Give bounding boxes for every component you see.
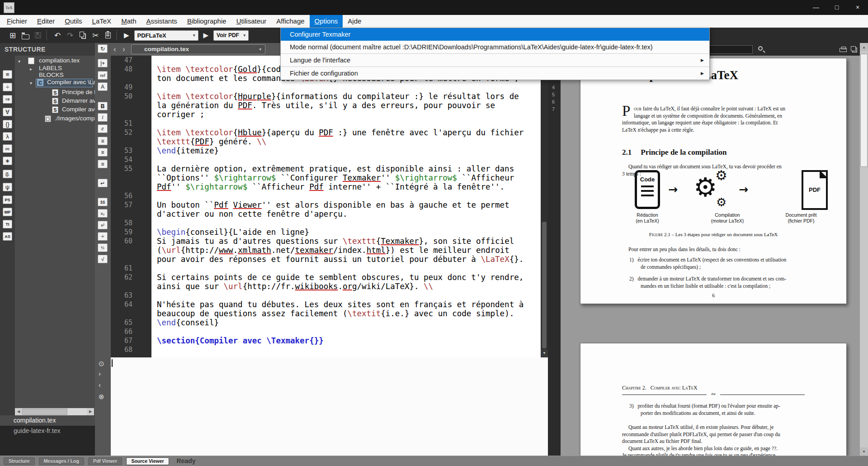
tree-item[interactable]: Compiler ave (62, 106, 95, 113)
view-run-icon[interactable]: ▶ (203, 31, 209, 39)
scrollbar-thumb[interactable] (860, 54, 868, 167)
superscript-icon[interactable]: x² (98, 221, 108, 229)
page-list-number[interactable]: 6 (552, 99, 555, 105)
open-folder-icon[interactable] (21, 30, 30, 40)
menu-latex[interactable]: LaTeX (87, 15, 117, 28)
align-left-icon[interactable]: ≡ (98, 137, 108, 145)
scrollbar-thumb[interactable] (22, 409, 67, 415)
tree-item[interactable]: Principe de la (62, 89, 95, 95)
print-icon[interactable] (840, 48, 847, 52)
align-center-icon[interactable]: ≡ (98, 148, 108, 157)
minimize-button[interactable]: — (806, 0, 826, 15)
paste-icon[interactable] (104, 30, 113, 40)
scroll-left-icon[interactable]: ◀ (15, 408, 22, 415)
insert-label-icon[interactable]: |+ (98, 59, 108, 67)
maximize-button[interactable]: □ (826, 0, 847, 15)
scroll-up-icon[interactable]: ▴ (860, 43, 868, 51)
delimiters-icon[interactable]: (]. (3, 170, 12, 178)
emph-icon[interactable]: e (98, 124, 108, 133)
menu-item[interactable]: Configurer Texmaker (281, 28, 709, 41)
page-list-number[interactable]: 7 (552, 106, 555, 112)
statusbar-structure[interactable]: Structure (4, 457, 35, 465)
undo-icon[interactable]: ↶ (53, 30, 62, 40)
new-document-icon[interactable]: ⊞ (8, 30, 17, 40)
close-button[interactable]: × (847, 0, 868, 15)
pdf-vscrollbar[interactable]: ▴ ▾ (860, 43, 868, 456)
message-console[interactable] (111, 357, 548, 456)
run-icon[interactable]: ▶ (124, 31, 129, 39)
scrollbar-thumb[interactable] (542, 222, 547, 348)
fraction-icon[interactable]: ÷ (98, 232, 108, 241)
compile-command-combo[interactable]: PDFLaTeX ▾ (134, 30, 198, 41)
editor-code-area[interactable]: \item \textcolor{Gold}{codton document e… (151, 56, 541, 357)
statusbar-pdf-viewer[interactable]: Pdf Viewer (88, 457, 123, 465)
menu-bibliographie[interactable]: Bibliographie (182, 15, 231, 28)
sqrt-icon[interactable]: √ (98, 255, 108, 263)
scroll-right-icon[interactable]: ▶ (87, 408, 94, 415)
tree-expander-icon[interactable]: ▾ (18, 59, 20, 64)
copy-icon[interactable] (78, 30, 87, 40)
display-fraction-icon[interactable]: ½ (98, 243, 108, 252)
editor-vscrollbar[interactable]: ▼ (541, 56, 548, 357)
file-list-item[interactable]: compilation.tex (0, 415, 95, 426)
infinity-icon[interactable]: ∞ (3, 144, 12, 153)
tree-item[interactable]: compilation.tex (39, 57, 80, 64)
cut-icon[interactable]: ✂ (91, 30, 100, 40)
person-icon[interactable]: ψ (3, 183, 12, 191)
tree-expander-icon[interactable]: ▸ (30, 67, 32, 71)
braces-icon[interactable]: {} (3, 120, 12, 128)
tree-item[interactable]: Démarrer av (62, 97, 95, 104)
bold-icon[interactable]: B (98, 102, 108, 110)
font-size-icon[interactable]: A (98, 82, 108, 91)
previous-document-icon[interactable]: ‹ (113, 43, 116, 56)
postscript-icon[interactable]: PS (3, 195, 12, 204)
metapost-icon[interactable]: MP (3, 208, 12, 216)
previous-error-icon[interactable]: ‹ (99, 381, 101, 389)
next-error-icon[interactable]: › (99, 370, 101, 377)
insert-ref-icon[interactable]: ref (98, 71, 108, 80)
tree-expander-icon[interactable]: ▾ (30, 81, 32, 86)
structure-hscrollbar[interactable]: ◀ ▶ (15, 408, 94, 415)
menu-math[interactable]: Math (116, 15, 141, 28)
tree-item[interactable]: BLOCKS (39, 71, 64, 78)
statusbar-messages-log[interactable]: Messages / Log (39, 457, 84, 465)
menu-aide[interactable]: Aide (343, 15, 366, 28)
italic-icon[interactable]: i (98, 113, 108, 122)
menu-utilisateur[interactable]: Utilisateur (231, 15, 272, 28)
inline-math-icon[interactable]: $$ (98, 198, 108, 206)
tree-item[interactable]: LABELS (39, 65, 62, 71)
subscript-icon[interactable]: x₂ (98, 209, 108, 218)
search-icon[interactable] (758, 46, 763, 51)
menu-item[interactable]: Fichier de configuration▶ (281, 67, 709, 80)
menu-editer[interactable]: Editer (32, 15, 60, 28)
forall-icon[interactable]: ∀ (3, 108, 12, 116)
view-command-combo[interactable]: Voir PDF ▾ (213, 30, 249, 41)
page-list-number[interactable]: 5 (552, 92, 555, 97)
page-list-number[interactable]: 4 (552, 85, 555, 90)
external-viewer-icon[interactable] (851, 46, 856, 51)
newline-icon[interactable]: ↵ (98, 179, 108, 187)
lambda-icon[interactable]: λ (3, 132, 12, 141)
align-right-icon[interactable]: ≡ (98, 160, 108, 168)
menu-outils[interactable]: Outils (60, 15, 87, 28)
tree-item[interactable]: Compiler avec \La (47, 79, 95, 86)
menu-affichage[interactable]: Affichage (271, 15, 309, 28)
menu-assistants[interactable]: Assistants (142, 15, 182, 28)
pdf-page-area[interactable]: Compiler avec LaTeX P our faire du LaTeX… (561, 56, 860, 456)
toggle-log-icon[interactable]: ⊙ (99, 360, 104, 368)
statusbar-source-viewer[interactable]: Source Viewer (126, 457, 169, 465)
refresh-structure-icon[interactable]: ↻ (98, 44, 108, 53)
scroll-down-icon[interactable]: ▾ (860, 447, 868, 456)
file-list-item[interactable]: guide-latex-fr.tex (0, 426, 95, 436)
double-arrow-icon[interactable]: ⇒ (3, 95, 12, 104)
menu-item[interactable]: Mode normal (document maître actuel :D:\… (281, 41, 709, 53)
asterisk-icon[interactable]: ∗ (3, 157, 12, 165)
menu-item[interactable]: Langue de l'interface▶ (281, 54, 709, 67)
division-icon[interactable]: ÷ (3, 83, 12, 91)
menu-fichier[interactable]: Fichier (2, 15, 32, 28)
structure-list-icon[interactable]: ≡ (3, 70, 12, 79)
next-document-icon[interactable]: › (123, 43, 125, 56)
document-selector[interactable]: compilation.tex ▾ (131, 44, 265, 54)
tikz-icon[interactable]: TI (3, 220, 12, 228)
tree-item[interactable]: ./Images/compilat (55, 115, 95, 122)
